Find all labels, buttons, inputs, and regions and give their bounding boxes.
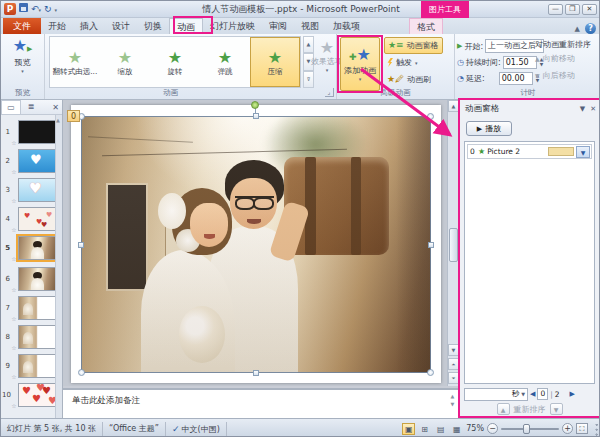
effect-options-button[interactable]: ★ 效果选项 ▾	[317, 40, 337, 73]
slide-scrollbar[interactable]: ▲ ▼ ⏶ ⏷	[447, 100, 458, 386]
animation-pane: 动画窗格 ▼ ✕ ▶ 播放 0 ★ Picture 2 ▼	[458, 98, 600, 418]
reorder-down-button[interactable]: ▼	[550, 403, 563, 415]
timeline-scroll-right-icon[interactable]: ▶	[569, 390, 574, 398]
reorder-animation-title: 对动画重新排序	[535, 39, 597, 50]
rotation-handle[interactable]	[251, 101, 259, 109]
powerpoint-logo-icon[interactable]: P	[4, 3, 16, 15]
zoom-out-button[interactable]: −	[487, 423, 498, 434]
zoom-slider[interactable]	[501, 428, 559, 430]
tab-format[interactable]: 格式	[409, 18, 443, 34]
animation-indicator-icon: ☆	[10, 373, 18, 380]
duration-input[interactable]: 01.50	[503, 56, 537, 69]
gallery-item-compress-selected[interactable]: ★ 压缩	[250, 37, 300, 87]
pane-close-icon[interactable]: ✕	[590, 105, 596, 113]
reading-view-button[interactable]: ▤	[434, 423, 447, 435]
tab-addins[interactable]: 加载项	[326, 18, 367, 34]
timeline-bar[interactable]	[548, 147, 574, 156]
preview-button[interactable]: ★▶ 预览 ▾	[1, 38, 44, 74]
dialog-launcher-icon[interactable]: ⌟	[325, 88, 334, 97]
tab-view[interactable]: 视图	[294, 18, 326, 34]
gallery-scroll-up[interactable]: ▲	[303, 36, 314, 53]
tab-slideshow[interactable]: 幻灯片放映	[203, 18, 262, 34]
resize-handle-se[interactable]	[427, 369, 434, 376]
normal-view-button[interactable]: ▣	[402, 423, 415, 435]
play-button[interactable]: ▶ 播放	[466, 121, 512, 136]
quick-access-toolbar: P ↶▾ ↻ ▾	[1, 3, 57, 16]
timeline-scroll-left-icon[interactable]: ◀	[530, 390, 535, 398]
thumbnail-image	[18, 267, 56, 291]
item-dropdown-icon[interactable]: ▼	[576, 146, 590, 158]
slideshow-button[interactable]: ▦	[450, 423, 463, 435]
help-icon[interactable]: ?	[585, 23, 596, 34]
resize-handle-s[interactable]	[253, 370, 259, 376]
gallery-item-zoom[interactable]: ★ 缩放	[100, 37, 150, 87]
slides-tab[interactable]: ▭	[1, 100, 21, 114]
zoom-level[interactable]: 75%	[466, 424, 484, 433]
resize-handle-ne[interactable]	[427, 113, 434, 120]
animation-pane-button[interactable]: ★≡ 动画窗格	[384, 37, 443, 54]
slide-thumbnail-7[interactable]: 7☆	[2, 294, 60, 322]
timeline-scale-start: 0	[537, 388, 548, 400]
gallery-item-bounce[interactable]: ★ 弹跳	[200, 37, 250, 87]
minimize-button[interactable]: —	[548, 4, 563, 15]
slide-thumbnail-10[interactable]: 10☆	[2, 381, 60, 409]
slide-thumbnail-9[interactable]: 9☆	[2, 352, 60, 380]
notes-scrollbar[interactable]: ▲▼	[448, 392, 457, 408]
trigger-button[interactable]: 触发 ▾	[384, 54, 443, 71]
outline-tab[interactable]: ≣	[21, 100, 41, 114]
tab-review[interactable]: 审阅	[262, 18, 294, 34]
slide-canvas[interactable]: 0	[71, 105, 441, 383]
slide-thumbnail-2[interactable]: 2☆	[2, 147, 60, 175]
tab-design[interactable]: 设计	[105, 18, 137, 34]
undo-button[interactable]: ↶▾	[31, 3, 41, 16]
gallery-item-spin[interactable]: ★ 旋转	[150, 37, 200, 87]
tab-file[interactable]: 文件	[3, 18, 41, 34]
tab-insert[interactable]: 插入	[73, 18, 105, 34]
slide-photo-picture2[interactable]	[81, 116, 431, 373]
pane-menu-icon[interactable]: ▼	[580, 105, 585, 113]
animation-painter-button[interactable]: ★🖉 动画刷	[384, 71, 443, 88]
resize-grip[interactable]	[591, 422, 599, 436]
reorder-up-button[interactable]: ▲	[497, 403, 510, 415]
scrollbar-thumb[interactable]	[449, 228, 458, 262]
animation-item-picture2[interactable]: 0 ★ Picture 2 ▼	[467, 144, 592, 159]
slide-thumbnail-5-selected[interactable]: 5☆	[2, 234, 60, 262]
resize-handle-e[interactable]	[428, 242, 434, 248]
minimize-ribbon-icon[interactable]: ▲	[575, 25, 580, 33]
move-later-button[interactable]: ▼ 向后移动	[535, 67, 597, 84]
language-indicator[interactable]: ✓中文(中国)	[166, 422, 227, 436]
gallery-more-button[interactable]: ⊽	[303, 71, 314, 88]
gallery-item-fly-rotate[interactable]: ★ 翻转式由远...	[50, 37, 100, 87]
tab-transitions[interactable]: 切换	[137, 18, 169, 34]
slide-thumbnail-8[interactable]: 8☆	[2, 323, 60, 351]
animation-order-badge[interactable]: 0	[67, 110, 80, 122]
qat-customize-button[interactable]: ▾	[55, 3, 58, 16]
slide-thumbnail-4[interactable]: 4☆	[2, 205, 60, 233]
tab-animations[interactable]: 动画	[169, 18, 203, 34]
theme-name[interactable]: “Office 主题”	[103, 422, 166, 436]
zoom-slider-thumb[interactable]	[523, 424, 530, 434]
slide-thumbnail-1[interactable]: 1☆	[2, 118, 60, 146]
resize-handle-sw[interactable]	[78, 369, 85, 376]
move-earlier-button[interactable]: ▲ 向前移动	[535, 50, 597, 67]
close-button[interactable]: ✕	[582, 4, 597, 15]
add-animation-button[interactable]: ✚★ 添加动画 ▾	[340, 37, 380, 91]
zoom-in-button[interactable]: +	[562, 423, 573, 434]
timeline-unit-dropdown[interactable]: 秒 ▼	[464, 388, 528, 401]
notes-pane[interactable]: 单击此处添加备注 ▲▼	[63, 388, 458, 418]
thumbnails-scrollbar[interactable]	[55, 115, 62, 418]
slide-thumbnail-6[interactable]: 6☆	[2, 265, 60, 293]
resize-handle-w[interactable]	[78, 242, 84, 248]
resize-handle-n[interactable]	[253, 113, 259, 119]
redo-button[interactable]: ↻	[44, 3, 52, 15]
maximize-button[interactable]: ❐	[565, 4, 580, 15]
fit-to-window-button[interactable]: ⛶	[576, 423, 588, 434]
add-animation-star-icon: ✚★	[349, 47, 371, 65]
save-button[interactable]	[19, 3, 28, 15]
panel-close-icon[interactable]: ✕	[52, 103, 62, 112]
slide-sorter-button[interactable]: ⊞	[418, 423, 431, 435]
tab-home[interactable]: 开始	[41, 18, 73, 34]
slide-thumbnail-3[interactable]: 3☆	[2, 176, 60, 204]
delay-input[interactable]: 00.00	[499, 72, 533, 85]
preview-star-icon: ★▶	[13, 38, 33, 57]
